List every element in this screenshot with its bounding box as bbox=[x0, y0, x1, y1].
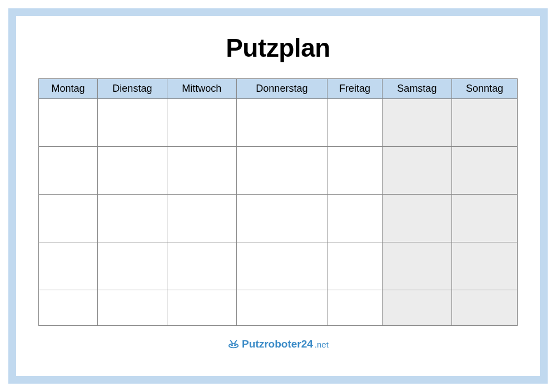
cell-weekend bbox=[382, 195, 451, 242]
table-row bbox=[39, 99, 518, 147]
cell-weekend bbox=[451, 290, 517, 326]
table-row bbox=[39, 147, 518, 195]
table-row bbox=[39, 290, 518, 326]
cell bbox=[236, 147, 327, 195]
cell-weekend bbox=[451, 147, 517, 195]
brand-suffix: .net bbox=[315, 340, 329, 349]
cell bbox=[327, 195, 382, 242]
cell bbox=[167, 195, 236, 242]
cell bbox=[39, 147, 98, 195]
table-row bbox=[39, 242, 518, 290]
footer-brand: Putzroboter24.net bbox=[227, 338, 329, 350]
page-title: Putzplan bbox=[226, 33, 330, 63]
cell-weekend bbox=[451, 242, 517, 290]
cell bbox=[97, 290, 167, 326]
cell bbox=[97, 147, 167, 195]
robot-icon bbox=[227, 338, 240, 350]
cell-weekend bbox=[382, 242, 451, 290]
cell bbox=[167, 290, 236, 326]
svg-point-2 bbox=[235, 345, 236, 346]
cell bbox=[39, 242, 98, 290]
cell bbox=[327, 147, 382, 195]
brand-name: Putzroboter24 bbox=[242, 338, 313, 350]
col-header-saturday: Samstag bbox=[382, 79, 451, 99]
col-header-thursday: Donnerstag bbox=[236, 79, 327, 99]
col-header-wednesday: Mittwoch bbox=[167, 79, 236, 99]
cell bbox=[327, 242, 382, 290]
cell bbox=[327, 290, 382, 326]
col-header-monday: Montag bbox=[39, 79, 98, 99]
table-header-row: Montag Dienstag Mittwoch Donnerstag Frei… bbox=[39, 79, 518, 99]
col-header-friday: Freitag bbox=[327, 79, 382, 99]
cell bbox=[236, 242, 327, 290]
table-body bbox=[39, 99, 518, 326]
cell bbox=[39, 290, 98, 326]
svg-point-0 bbox=[229, 344, 239, 348]
cell bbox=[39, 195, 98, 242]
cell bbox=[39, 99, 98, 147]
svg-point-1 bbox=[231, 345, 232, 346]
cell bbox=[167, 242, 236, 290]
col-header-sunday: Sonntag bbox=[451, 79, 517, 99]
document-frame: Putzplan Montag Dienstag Mittwoch Donner… bbox=[8, 8, 548, 384]
cell-weekend bbox=[451, 99, 517, 147]
cell bbox=[97, 242, 167, 290]
cell-weekend bbox=[382, 147, 451, 195]
col-header-tuesday: Dienstag bbox=[97, 79, 167, 99]
cleaning-plan-table: Montag Dienstag Mittwoch Donnerstag Frei… bbox=[38, 78, 518, 326]
cell bbox=[236, 195, 327, 242]
cell bbox=[97, 99, 167, 147]
cell-weekend bbox=[382, 290, 451, 326]
cell bbox=[167, 147, 236, 195]
cell-weekend bbox=[451, 195, 517, 242]
cell bbox=[236, 99, 327, 147]
cell bbox=[167, 99, 236, 147]
cell-weekend bbox=[382, 99, 451, 147]
cell bbox=[97, 195, 167, 242]
table-row bbox=[39, 195, 518, 242]
cell bbox=[236, 290, 327, 326]
cell bbox=[327, 99, 382, 147]
